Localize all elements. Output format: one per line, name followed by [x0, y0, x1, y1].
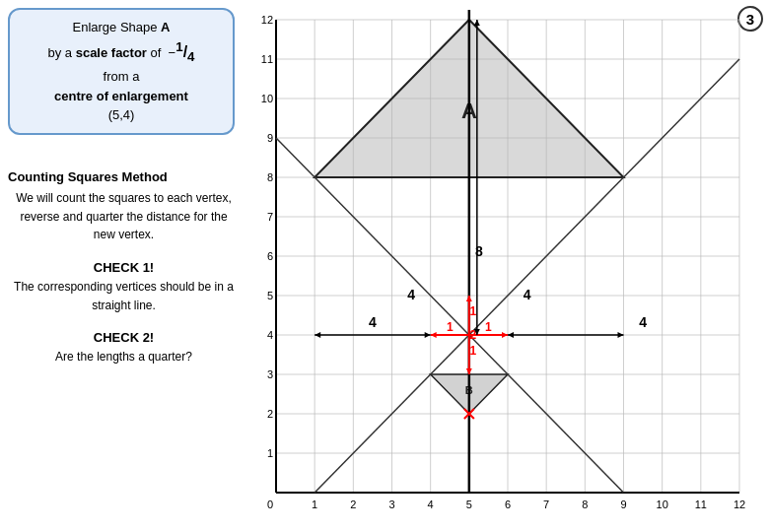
info-line1: Enlarge Shape A — [20, 18, 223, 37]
scale-factor-label: scale factor — [76, 45, 147, 60]
fraction-value: 1/4 — [175, 43, 194, 60]
shape-label: A — [161, 20, 170, 34]
method-desc: We will count the squares to each vertex… — [8, 189, 240, 244]
info-line2: by a scale factor of −1/4 — [20, 37, 223, 68]
graph-area — [246, 10, 749, 522]
info-line3: from a — [20, 67, 223, 87]
check2-desc: Are the lengths a quarter? — [8, 348, 240, 366]
check2-title: CHECK 2! — [8, 328, 240, 348]
check1-title: CHECK 1! — [8, 258, 240, 278]
info-line4: centre of enlargement — [20, 87, 223, 106]
info-line5: (5,4) — [20, 105, 223, 125]
page-container: Enlarge Shape A by a scale factor of −1/… — [0, 0, 769, 532]
graph-canvas — [246, 10, 749, 522]
method-title: Counting Squares Method — [8, 167, 240, 187]
text-panel: Counting Squares Method We will count th… — [8, 167, 240, 366]
check1-desc: The corresponding vertices should be in … — [8, 278, 240, 314]
info-box: Enlarge Shape A by a scale factor of −1/… — [8, 8, 235, 135]
